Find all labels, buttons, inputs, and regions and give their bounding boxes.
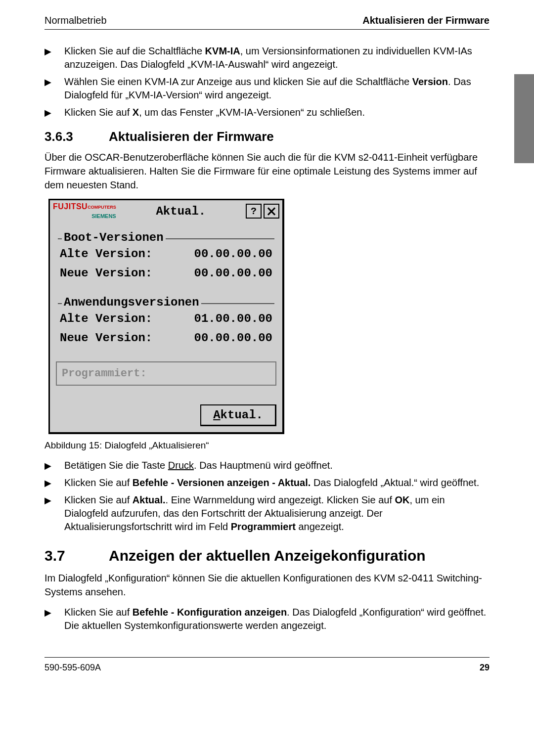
side-tab — [514, 74, 534, 163]
footer-doc-id: 590-595-609A — [44, 663, 101, 673]
header-right: Aktualisieren der Firmware — [362, 15, 490, 26]
post-bullets: ▶Betätigen Sie die Taste Druck. Das Haup… — [44, 459, 490, 534]
heading-363-title: Aktualisieren der Firmware — [109, 129, 274, 144]
list-item-text: Klicken Sie auf X, um das Fenster „KVM-I… — [64, 106, 490, 119]
boot-versions-group: Boot-Versionen Alte Version: 00.00.00.00… — [55, 231, 277, 287]
logo-siemens: SIEMENS — [91, 213, 116, 219]
close-icon — [267, 206, 276, 216]
list-item-text: Klicken Sie auf Befehle - Konfiguration … — [64, 606, 490, 632]
heading-363: 3.6.3 Aktualisieren der Firmware — [44, 129, 490, 144]
page-footer: 590-595-609A 29 — [44, 657, 490, 673]
dialog-titlebar: FUJITSUCOMPUTERS SIEMENS Aktual. ? — [50, 200, 282, 222]
heading-37-num: 3.7 — [44, 547, 109, 564]
heading-37-title: Anzeigen der aktuellen Anzeigekonfigurat… — [109, 547, 426, 564]
footer-page: 29 — [480, 663, 490, 673]
para-37: Im Dialogfeld „Konfiguration“ können Sie… — [44, 571, 490, 599]
list-item: ▶Betätigen Sie die Taste Druck. Das Haup… — [44, 459, 490, 472]
list-item-text: Betätigen Sie die Taste Druck. Das Haupt… — [64, 459, 490, 472]
triangle-icon: ▶ — [44, 606, 64, 632]
list-item-text: Klicken Sie auf die Schaltfläche KVM-IA,… — [64, 44, 490, 71]
aktual-button-underline: A — [213, 408, 220, 422]
app-versions-group: Anwendungsversionen Alte Version: 01.00.… — [55, 296, 277, 352]
para-363: Über die OSCAR-Benutzeroberfläche können… — [44, 150, 490, 192]
boot-new-value: 00.00.00.00 — [194, 267, 272, 280]
triangle-icon: ▶ — [44, 44, 64, 71]
list-item-text: Klicken Sie auf Befehle - Versionen anze… — [64, 476, 490, 489]
list-item: ▶Wählen Sie einen KVM-IA zur Anzeige aus… — [44, 75, 490, 102]
app-group-title: Anwendungsversionen — [62, 296, 201, 309]
dialog-title: Aktual. — [116, 205, 246, 218]
help-icon: ? — [251, 206, 257, 217]
close-button[interactable] — [264, 204, 279, 219]
programmed-field: Programmiert: — [56, 361, 276, 386]
list-item: ▶Klicken Sie auf die Schaltfläche KVM-IA… — [44, 44, 490, 71]
boot-group-title: Boot-Versionen — [62, 231, 166, 244]
boot-new-label: Neue Version: — [60, 267, 152, 280]
list-item-text: Wählen Sie einen KVM-IA zur Anzeige aus … — [64, 75, 490, 102]
fujitsu-siemens-logo: FUJITSUCOMPUTERS SIEMENS — [53, 202, 116, 220]
boot-old-label: Alte Version: — [60, 247, 152, 261]
final-bullets: ▶Klicken Sie auf Befehle - Konfiguration… — [44, 606, 490, 632]
triangle-icon: ▶ — [44, 459, 64, 472]
app-old-value: 01.00.00.00 — [194, 312, 272, 325]
list-item: ▶Klicken Sie auf X, um das Fenster „KVM-… — [44, 106, 490, 119]
dialog-aktualisieren: FUJITSUCOMPUTERS SIEMENS Aktual. ? Boot-… — [48, 199, 284, 434]
page-header: Normalbetrieb Aktualisieren der Firmware — [44, 15, 490, 30]
programmed-label: Programmiert: — [62, 367, 147, 380]
aktual-button[interactable]: Aktual. — [200, 404, 276, 426]
list-item-text: Klicken Sie auf Aktual.. Eine Warnmeldun… — [64, 493, 490, 534]
triangle-icon: ▶ — [44, 106, 64, 119]
list-item: ▶Klicken Sie auf Befehle - Konfiguration… — [44, 606, 490, 632]
app-new-value: 00.00.00.00 — [194, 331, 272, 345]
logo-fujitsu: FUJITSU — [53, 202, 88, 211]
help-button[interactable]: ? — [246, 204, 262, 219]
list-item: ▶Klicken Sie auf Aktual.. Eine Warnmeldu… — [44, 493, 490, 534]
intro-bullets: ▶Klicken Sie auf die Schaltfläche KVM-IA… — [44, 44, 490, 119]
boot-old-value: 00.00.00.00 — [194, 247, 272, 261]
triangle-icon: ▶ — [44, 75, 64, 102]
list-item: ▶Klicken Sie auf Befehle - Versionen anz… — [44, 476, 490, 489]
heading-363-num: 3.6.3 — [44, 129, 109, 144]
heading-37: 3.7 Anzeigen der aktuellen Anzeigekonfig… — [44, 547, 490, 564]
app-new-label: Neue Version: — [60, 331, 152, 345]
header-left: Normalbetrieb — [44, 15, 107, 26]
app-old-label: Alte Version: — [60, 312, 152, 325]
aktual-button-rest: ktual. — [221, 408, 263, 422]
triangle-icon: ▶ — [44, 493, 64, 534]
logo-computers: COMPUTERS — [88, 205, 116, 210]
figure-caption: Abbildung 15: Dialogfeld „Aktualisieren“ — [44, 440, 490, 451]
triangle-icon: ▶ — [44, 476, 64, 489]
